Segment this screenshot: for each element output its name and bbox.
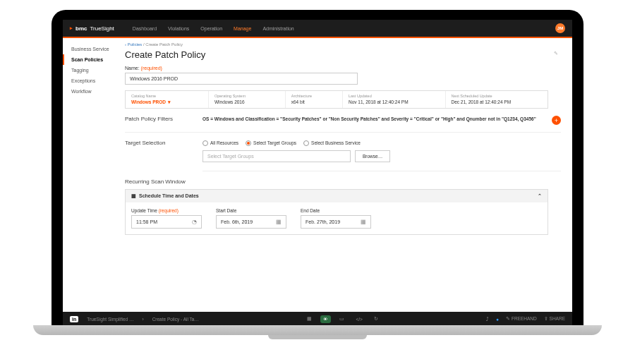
page-title: Create Patch Policy: [125, 49, 561, 60]
status-dot-icon[interactable]: ●: [496, 317, 499, 322]
bmc-logo-icon: ▸: [70, 25, 73, 31]
filters-expression: OS = Windows and Classification = "Secur…: [202, 116, 545, 122]
target-selection-row: Target Selection All Resources Select Ta…: [125, 140, 561, 146]
history-icon[interactable]: ↻: [371, 315, 381, 323]
nav-manage[interactable]: Manage: [234, 26, 251, 31]
sidebar-item-workflow[interactable]: Workflow: [63, 86, 118, 97]
laptop-base: [33, 325, 602, 335]
invision-mode-switcher: ▦ 👁 ▭ </> ↻: [304, 315, 380, 323]
catalog-name-label: Catalog Name: [131, 94, 202, 98]
nav-items: Dashboard Violations Operation Manage Ad…: [133, 26, 294, 31]
nav-administration[interactable]: Administration: [262, 26, 294, 31]
target-input-row: Select Target Groups Browse…: [202, 150, 561, 171]
edit-icon[interactable]: ✎: [554, 51, 558, 56]
catalog-name-dropdown[interactable]: Windows PROD▾: [131, 99, 202, 105]
inv-crumb-1[interactable]: TrueSight Simplified …: [87, 317, 133, 322]
main-content: ‹ Policies / Create Patch Policy Create …: [118, 38, 572, 312]
freehand-button[interactable]: ✎ FREEHAND: [506, 316, 537, 322]
brand: ▸ bmc TrueSight: [70, 25, 114, 32]
invision-logo-icon[interactable]: in: [70, 316, 78, 322]
sidebar: Business Service Scan Policies Tagging E…: [63, 38, 118, 312]
collapse-icon[interactable]: ⌃: [538, 193, 542, 199]
patch-policy-filters-row: Patch Policy Filters OS = Windows and Cl…: [125, 116, 561, 133]
update-time-input[interactable]: 11:58 PM◔: [131, 215, 202, 229]
start-date-label: Start Date: [216, 208, 286, 213]
top-nav: ▸ bmc TrueSight Dashboard Violations Ope…: [63, 20, 572, 37]
name-input[interactable]: Windows 2016 PROD: [125, 73, 358, 85]
catalog-os-label: Operating System: [214, 94, 279, 98]
start-date-input[interactable]: Feb. 6th, 2019▦: [216, 215, 286, 229]
update-time-label: Update Time (required): [131, 208, 202, 213]
code-icon[interactable]: </>: [353, 315, 365, 323]
target-label: Target Selection: [125, 140, 195, 146]
chevron-down-icon: ▾: [168, 99, 171, 105]
sidebar-item-scan-policies[interactable]: Scan Policies: [63, 54, 118, 65]
end-date-input[interactable]: Feb. 27th, 2019▦: [301, 215, 371, 229]
nav-dashboard[interactable]: Dashboard: [133, 26, 157, 31]
catalog-os-value: Windows 2016: [214, 99, 279, 104]
brand-product: TrueSight: [90, 25, 114, 32]
avatar[interactable]: JM: [555, 23, 565, 33]
calendar-icon: ▦: [276, 219, 282, 225]
calendar-icon: ▦: [131, 193, 136, 198]
sidebar-item-exceptions[interactable]: Exceptions: [63, 75, 118, 86]
invision-toolbar: in TrueSight Simplified … › Create Polic…: [63, 312, 572, 326]
catalog-nextscheduled-label: Next Scheduled Update: [452, 94, 543, 98]
end-date-label: End Date: [301, 208, 371, 213]
target-opt-all[interactable]: All Resources: [202, 140, 238, 146]
share-button[interactable]: ⇪ SHARE: [544, 316, 565, 322]
catalog-summary: Catalog Name Windows PROD▾ Operating Sys…: [125, 90, 548, 109]
laptop-foot: [268, 335, 367, 339]
share-icon[interactable]: ⤴: [486, 317, 489, 322]
grid-icon[interactable]: ▦: [304, 315, 315, 323]
catalog-lastupdated-value: Nov 11, 2018 at 12:40:24 PM: [349, 99, 440, 104]
browse-button[interactable]: Browse…: [355, 150, 390, 162]
nav-operation[interactable]: Operation: [200, 26, 222, 31]
filters-label: Patch Policy Filters: [125, 116, 195, 122]
name-label: Name: (required): [125, 66, 561, 71]
schedule-panel-header[interactable]: ▦Schedule Time and Dates ⌃: [126, 190, 548, 202]
preview-icon[interactable]: 👁: [320, 315, 331, 323]
comment-icon[interactable]: ▭: [337, 315, 347, 323]
sidebar-item-tagging[interactable]: Tagging: [63, 65, 118, 75]
catalog-arch-value: x64 bit: [291, 99, 337, 104]
recurring-label: Recurring Scan Window: [125, 178, 561, 185]
calendar-icon: ▦: [361, 219, 366, 225]
inv-crumb-2[interactable]: Create Policy - All Ta…: [152, 317, 199, 322]
sidebar-item-business-service[interactable]: Business Service: [63, 44, 118, 54]
target-opt-groups[interactable]: Select Target Groups: [246, 140, 296, 146]
breadcrumb: ‹ Policies / Create Patch Policy: [125, 42, 561, 47]
nav-violations[interactable]: Violations: [168, 26, 189, 31]
add-filter-button[interactable]: +: [552, 116, 561, 125]
breadcrumb-current: Create Patch Policy: [145, 42, 183, 47]
catalog-lastupdated-label: Last Updated: [349, 94, 440, 98]
target-opt-business[interactable]: Select Business Service: [303, 140, 361, 146]
brand-logo-text: bmc: [75, 25, 87, 32]
breadcrumb-back[interactable]: ‹ Policies: [125, 42, 142, 47]
clock-icon: ◔: [192, 219, 197, 225]
catalog-arch-label: Architecture: [291, 94, 337, 98]
catalog-nextscheduled-value: Dec 21, 2018 at 12:40:24 PM: [452, 99, 543, 104]
target-groups-input[interactable]: Select Target Groups: [202, 150, 351, 162]
schedule-panel: ▦Schedule Time and Dates ⌃ Update Time (…: [125, 189, 548, 235]
